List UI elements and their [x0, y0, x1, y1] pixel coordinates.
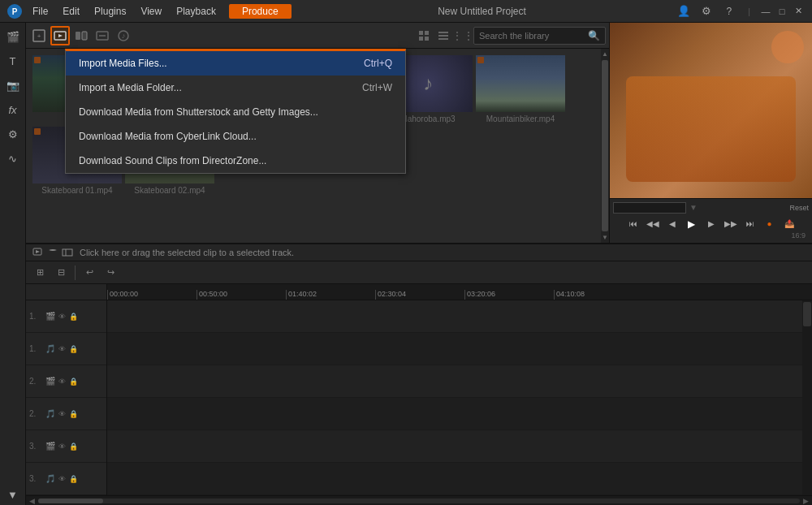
- svg-rect-18: [438, 38, 448, 40]
- download-cyberlink-label: Download Media from CyberLink Cloud...: [79, 131, 257, 142]
- goto-end-button[interactable]: ⏭: [742, 217, 758, 231]
- sidebar-expand-icon[interactable]: ▼: [2, 484, 24, 505]
- hscroll-track[interactable]: [38, 499, 800, 503]
- playback-controls: ⏮ ◀◀ ◀ ▶ ▶ ▶▶ ⏭ ● 📤: [613, 217, 809, 231]
- content-area: + ♪: [26, 23, 812, 505]
- track-visible-icon[interactable]: 👁: [58, 378, 66, 386]
- track-header-1-audio: 1. 🎵 👁 🔒: [26, 333, 106, 365]
- menu-edit[interactable]: Edit: [56, 4, 86, 19]
- list-view-icon[interactable]: [434, 27, 452, 45]
- import-media-shortcut: Ctrl+Q: [364, 58, 392, 69]
- track-row-1-audio[interactable]: [107, 333, 802, 365]
- sidebar-item-overlay[interactable]: 📷: [2, 75, 24, 96]
- next-button[interactable]: ▶: [703, 217, 719, 231]
- menu-view[interactable]: View: [134, 4, 168, 19]
- media-scrollbar[interactable]: ▲ ▼: [601, 49, 609, 243]
- scroll-thumb[interactable]: [602, 60, 608, 231]
- track-row-2-audio[interactable]: [107, 398, 802, 430]
- hscroll-thumb[interactable]: [38, 499, 103, 503]
- track-row-2-video[interactable]: [107, 365, 802, 398]
- download-cyberlink-item[interactable]: Download Media from CyberLink Cloud...: [66, 124, 405, 149]
- track-row-3-audio[interactable]: [107, 463, 802, 495]
- timeline-zoom-button[interactable]: ⊟: [52, 264, 70, 282]
- toolbar-media-icon[interactable]: [50, 26, 70, 45]
- menu-plugins[interactable]: Plugins: [88, 4, 132, 19]
- timeline-undo-button[interactable]: ↩: [80, 264, 98, 282]
- export-button[interactable]: 📤: [781, 217, 797, 231]
- play-button[interactable]: ▶: [684, 217, 700, 231]
- scroll-left-icon[interactable]: ◀: [29, 497, 35, 505]
- library-toolbar: + ♪: [26, 23, 609, 49]
- svg-rect-7: [82, 32, 87, 40]
- import-media-folder-item[interactable]: Import a Media Folder... Ctrl+W: [66, 76, 405, 100]
- timeline-snap-button[interactable]: ⊞: [31, 264, 49, 282]
- close-button[interactable]: ✕: [791, 4, 806, 19]
- preview-video-area: [610, 23, 812, 198]
- timecode-input[interactable]: - : - - : - - : - -: [613, 202, 686, 214]
- thumbnail-mountain: [476, 55, 565, 112]
- search-input[interactable]: [479, 31, 585, 41]
- sidebar-item-effects[interactable]: fx: [2, 99, 24, 120]
- track-visible-icon[interactable]: 👁: [58, 475, 66, 483]
- track-lock-icon[interactable]: 🔒: [69, 378, 78, 386]
- track-visible-icon[interactable]: 👁: [58, 345, 66, 353]
- more-options-icon[interactable]: ⋮⋮: [454, 27, 472, 45]
- track-lock-icon[interactable]: 🔒: [69, 475, 78, 483]
- title-bar: P File Edit Plugins View Playback Produc…: [0, 0, 812, 23]
- media-filename: Mountainbiker.mp4: [486, 114, 555, 123]
- scroll-down-button[interactable]: ▼: [601, 233, 609, 243]
- scroll-up-button[interactable]: ▲: [601, 49, 609, 58]
- track-row-1-video[interactable]: [107, 300, 802, 333]
- track-visible-icon[interactable]: 👁: [58, 442, 66, 451]
- toolbar-transition-icon[interactable]: [71, 26, 91, 45]
- track-lock-icon[interactable]: 🔒: [69, 410, 78, 418]
- prev-button[interactable]: ◀: [664, 217, 680, 231]
- menu-file[interactable]: File: [26, 4, 54, 19]
- list-item[interactable]: Mountainbiker.mp4: [476, 55, 565, 123]
- vscroll-thumb[interactable]: [803, 302, 811, 326]
- timeline-vertical-scrollbar[interactable]: [802, 300, 812, 495]
- help-icon[interactable]: 👤: [672, 3, 695, 19]
- app-logo: P: [6, 3, 23, 19]
- question-icon[interactable]: ?: [721, 4, 736, 19]
- track-row-3-video[interactable]: [107, 430, 802, 463]
- sidebar-item-text[interactable]: T: [2, 50, 24, 71]
- track-visible-icon[interactable]: 👁: [58, 410, 66, 418]
- media-filename: Mahoroba.mp3: [400, 114, 455, 123]
- svg-rect-17: [438, 35, 448, 37]
- maximize-button[interactable]: □: [775, 4, 789, 19]
- toolbar-effect-icon[interactable]: [93, 26, 112, 45]
- reset-button[interactable]: Reset: [789, 204, 809, 212]
- next-frame-button[interactable]: ▶▶: [723, 217, 739, 231]
- import-media-files-item[interactable]: Import Media Files... Ctrl+Q: [66, 51, 405, 76]
- main-layout: 🎬 T 📷 fx ⚙ ∿ ▼ +: [0, 23, 812, 505]
- track-lock-icon[interactable]: 🔒: [69, 313, 78, 321]
- track-lock-icon[interactable]: 🔒: [69, 442, 78, 451]
- toolbar-music-icon[interactable]: ♪: [114, 26, 133, 45]
- ruler-mark: 00:00:00: [107, 290, 197, 300]
- track-number: 1.: [29, 312, 42, 321]
- goto-start-button[interactable]: ⏮: [625, 217, 641, 231]
- prev-frame-button[interactable]: ◀◀: [645, 217, 661, 231]
- download-shutterstock-item[interactable]: Download Media from Shutterstock and Get…: [66, 100, 405, 124]
- track-lock-icon[interactable]: 🔒: [69, 345, 78, 353]
- sidebar-item-transitions[interactable]: ⚙: [2, 123, 24, 145]
- grid-view-icon[interactable]: [415, 27, 433, 45]
- badge: [477, 57, 484, 63]
- minimize-button[interactable]: —: [758, 4, 773, 19]
- download-directorzone-item[interactable]: Download Sound Clips from DirectorZone..…: [66, 149, 405, 173]
- track-visible-icon[interactable]: 👁: [58, 313, 66, 321]
- video-track-icon: 🎬: [45, 312, 55, 321]
- clip-icon3: [62, 247, 73, 258]
- menu-playback[interactable]: Playback: [170, 4, 222, 19]
- timeline-redo-button[interactable]: ↪: [102, 264, 119, 282]
- settings-icon[interactable]: ⚙: [697, 3, 716, 19]
- sidebar-item-media[interactable]: 🎬: [2, 26, 24, 47]
- track-content-area[interactable]: [107, 300, 802, 495]
- clip-info-text: Click here or drag the selected clip to …: [80, 248, 294, 257]
- toolbar-import-icon[interactable]: +: [29, 26, 49, 45]
- scroll-right-icon[interactable]: ▶: [803, 497, 809, 505]
- record-button[interactable]: ●: [762, 217, 778, 231]
- sidebar-item-audio[interactable]: ∿: [2, 148, 24, 169]
- produce-button[interactable]: Produce: [229, 4, 292, 19]
